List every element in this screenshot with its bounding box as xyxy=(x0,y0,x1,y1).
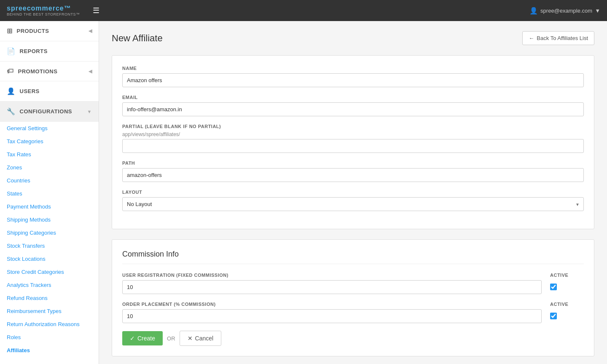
order-placement-input[interactable] xyxy=(122,309,542,323)
partial-label: PARTIAL (LEAVE BLANK IF NO PARTIAL) xyxy=(122,124,584,129)
affiliate-form: NAME EMAIL PARTIAL (LEAVE BLANK IF NO PA… xyxy=(112,55,594,229)
cancel-button[interactable]: ✕ Cancel xyxy=(180,331,222,346)
sidebar-item-label: PROMOTIONS xyxy=(18,68,58,75)
sidebar-link-states[interactable]: States xyxy=(0,187,99,200)
order-placement-row: ORDER PLACEMENT (% COMMISSION) ACTIVE xyxy=(122,302,584,323)
layout-select-wrapper: No Layout Default Custom xyxy=(122,197,584,211)
user-registration-input[interactable] xyxy=(122,280,542,294)
sidebar-item-label: REPORTS xyxy=(20,48,48,54)
sidebar-item-label: USERS xyxy=(20,88,40,94)
create-button[interactable]: ✓ Create xyxy=(122,331,163,345)
path-input[interactable] xyxy=(122,168,584,182)
navbar: spreecommerce™ BEHIND THE BEST STOREFRON… xyxy=(0,0,607,21)
page-header: New Affiliate ← Back To Affiliates List xyxy=(112,31,594,45)
sidebar-item-label: CONFIGURATIONS xyxy=(20,108,72,115)
user-registration-field: USER REGISTRATION (FIXED COMMISSION) xyxy=(122,273,542,294)
layout-field-group: LAYOUT No Layout Default Custom xyxy=(122,190,584,211)
user-menu[interactable]: 👤 spree@example.com ▼ xyxy=(529,7,600,15)
sidebar-link-tax-rates[interactable]: Tax Rates xyxy=(0,148,99,161)
layout-select[interactable]: No Layout Default Custom xyxy=(122,197,584,211)
hamburger-menu[interactable]: ☰ xyxy=(93,6,99,15)
order-placement-field: ORDER PLACEMENT (% COMMISSION) xyxy=(122,302,542,323)
brand-name: spreecommerce™ xyxy=(7,5,80,12)
sidebar-link-stock-locations[interactable]: Stock Locations xyxy=(0,252,99,265)
order-placement-active-checkbox[interactable] xyxy=(550,313,557,319)
sidebar-link-return-authorization-reasons[interactable]: Return Authorization Reasons xyxy=(0,318,99,331)
sidebar-item-label: PRODUCTS xyxy=(17,28,49,34)
user-registration-active-checkbox[interactable] xyxy=(550,284,557,290)
page-title: New Affiliate xyxy=(112,33,163,44)
x-icon: ✕ xyxy=(188,335,193,342)
user-email: spree@example.com xyxy=(540,8,592,14)
brand-tagline: BEHIND THE BEST STOREFRONTS™ xyxy=(7,12,80,16)
users-icon: 👤 xyxy=(7,87,16,95)
path-label: PATH xyxy=(122,161,584,166)
content-area: New Affiliate ← Back To Affiliates List … xyxy=(99,21,607,364)
user-registration-active-group: ACTIVE xyxy=(550,273,584,290)
products-arrow: ◀ xyxy=(89,28,92,34)
email-label: EMAIL xyxy=(122,95,584,100)
user-dropdown-arrow: ▼ xyxy=(595,8,600,14)
or-label: OR xyxy=(167,335,175,342)
sidebar: ⊞ PRODUCTS ◀ 📄 REPORTS 🏷 PROMOTIONS ◀ 👤 … xyxy=(0,21,99,364)
configurations-icon: 🔧 xyxy=(7,107,16,115)
main-layout: ⊞ PRODUCTS ◀ 📄 REPORTS 🏷 PROMOTIONS ◀ 👤 … xyxy=(0,21,607,364)
user-registration-label: USER REGISTRATION (FIXED COMMISSION) xyxy=(122,273,542,278)
order-placement-active-label: ACTIVE xyxy=(550,302,568,307)
sidebar-item-configurations[interactable]: 🔧 CONFIGURATIONS ▼ xyxy=(0,102,99,122)
name-label: NAME xyxy=(122,66,584,71)
layout-label: LAYOUT xyxy=(122,190,584,195)
sidebar-link-stock-transfers[interactable]: Stock Transfers xyxy=(0,239,99,252)
commission-section: Commission Info USER REGISTRATION (FIXED… xyxy=(112,239,594,356)
commission-section-title: Commission Info xyxy=(122,250,584,264)
sidebar-link-tax-categories[interactable]: Tax Categories xyxy=(0,135,99,148)
sidebar-link-analytics-trackers[interactable]: Analytics Trackers xyxy=(0,278,99,292)
partial-input[interactable] xyxy=(122,139,584,153)
checkmark-icon: ✓ xyxy=(130,335,135,342)
sidebar-link-roles[interactable]: Roles xyxy=(0,331,99,344)
brand-logo: spreecommerce™ BEHIND THE BEST STOREFRON… xyxy=(7,5,80,16)
name-input[interactable] xyxy=(122,73,584,87)
sidebar-link-refund-reasons[interactable]: Refund Reasons xyxy=(0,292,99,305)
email-input[interactable] xyxy=(122,102,584,116)
sidebar-link-affiliates[interactable]: Affiliates xyxy=(0,344,99,357)
partial-field-group: PARTIAL (LEAVE BLANK IF NO PARTIAL) app/… xyxy=(122,124,584,153)
user-icon: 👤 xyxy=(529,7,538,15)
path-field-group: PATH xyxy=(122,161,584,182)
sidebar-link-store-credit-categories[interactable]: Store Credit Categories xyxy=(0,265,99,278)
user-registration-row: USER REGISTRATION (FIXED COMMISSION) ACT… xyxy=(122,273,584,294)
back-to-affiliates-button[interactable]: ← Back To Affiliates List xyxy=(522,31,594,45)
products-icon: ⊞ xyxy=(7,27,13,35)
create-label: Create xyxy=(137,335,155,342)
sidebar-link-countries[interactable]: Countries xyxy=(0,174,99,187)
back-button-label: Back To Affiliates List xyxy=(537,35,588,41)
promotions-arrow: ◀ xyxy=(89,69,92,74)
configurations-arrow: ▼ xyxy=(87,109,92,114)
sidebar-item-users[interactable]: 👤 USERS xyxy=(0,81,99,102)
sidebar-link-payment-methods[interactable]: Payment Methods xyxy=(0,200,99,213)
cancel-label: Cancel xyxy=(195,335,214,342)
reports-icon: 📄 xyxy=(7,47,16,55)
sidebar-link-general-settings[interactable]: General Settings xyxy=(0,122,99,135)
user-registration-active-label: ACTIVE xyxy=(550,273,568,278)
partial-hint: app/views/spree/affiliates/ xyxy=(122,131,584,137)
sidebar-link-reimbursement-types[interactable]: Reimbursement Types xyxy=(0,305,99,318)
name-field-group: NAME xyxy=(122,66,584,87)
sidebar-item-promotions[interactable]: 🏷 PROMOTIONS ◀ xyxy=(0,62,99,81)
email-field-group: EMAIL xyxy=(122,95,584,116)
promotions-icon: 🏷 xyxy=(7,67,14,75)
sidebar-item-reports[interactable]: 📄 REPORTS xyxy=(0,41,99,62)
sidebar-item-products[interactable]: ⊞ PRODUCTS ◀ xyxy=(0,21,99,41)
order-placement-active-group: ACTIVE xyxy=(550,302,584,319)
order-placement-label: ORDER PLACEMENT (% COMMISSION) xyxy=(122,302,542,307)
sidebar-link-shipping-methods[interactable]: Shipping Methods xyxy=(0,213,99,226)
form-actions: ✓ Create OR ✕ Cancel xyxy=(122,331,584,346)
back-arrow-icon: ← xyxy=(529,35,534,41)
sidebar-link-zones[interactable]: Zones xyxy=(0,161,99,174)
sidebar-link-shipping-categories[interactable]: Shipping Categories xyxy=(0,226,99,239)
